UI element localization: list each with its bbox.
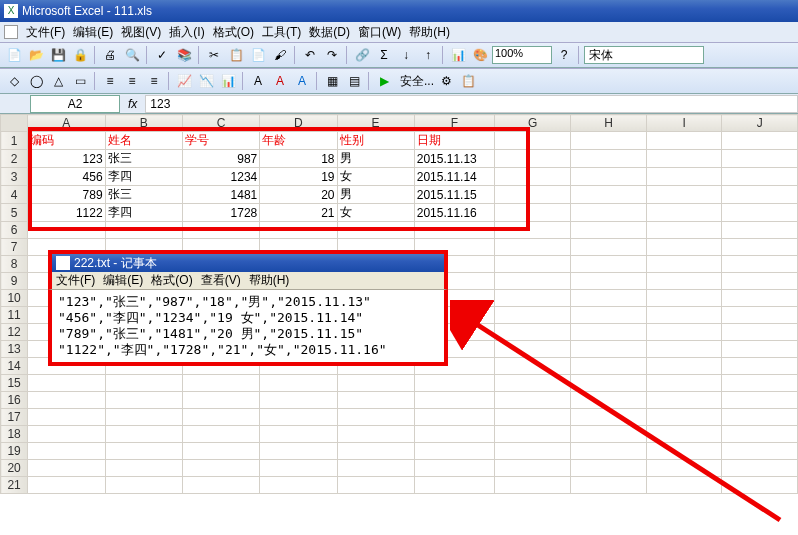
cell[interactable]: [646, 392, 721, 409]
cell[interactable]: [105, 392, 182, 409]
cell[interactable]: [260, 375, 337, 392]
cell[interactable]: [495, 375, 571, 392]
cell[interactable]: [571, 426, 647, 443]
cell[interactable]: [571, 186, 647, 204]
cell[interactable]: [28, 409, 105, 426]
col-header[interactable]: C: [182, 115, 259, 132]
row-header[interactable]: 8: [1, 256, 28, 273]
cell[interactable]: [722, 290, 798, 307]
menu-insert[interactable]: 插入(I): [169, 24, 204, 41]
hyperlink-button[interactable]: 🔗: [352, 45, 372, 65]
cell[interactable]: [571, 358, 647, 375]
safety-label[interactable]: 安全...: [400, 73, 434, 90]
cell[interactable]: [646, 222, 721, 239]
row-header[interactable]: 12: [1, 324, 28, 341]
cell[interactable]: [260, 460, 337, 477]
cell[interactable]: [182, 222, 259, 239]
paste-button[interactable]: 📄: [248, 45, 268, 65]
cell[interactable]: [260, 409, 337, 426]
font-select[interactable]: 宋体: [584, 46, 704, 64]
cell[interactable]: [182, 375, 259, 392]
col-header[interactable]: J: [722, 115, 798, 132]
name-box[interactable]: A2: [30, 95, 120, 113]
cell[interactable]: 李四: [105, 204, 182, 222]
copy-button[interactable]: 📋: [226, 45, 246, 65]
cell[interactable]: [646, 477, 721, 494]
format-painter-button[interactable]: 🖌: [270, 45, 290, 65]
cell[interactable]: [571, 341, 647, 358]
cell[interactable]: [414, 392, 494, 409]
shapes-icon[interactable]: ◇: [4, 71, 24, 91]
cell[interactable]: [722, 460, 798, 477]
cell[interactable]: [571, 375, 647, 392]
format-icon[interactable]: ▦: [322, 71, 342, 91]
sort-asc-button[interactable]: ↓: [396, 45, 416, 65]
cut-button[interactable]: ✂: [204, 45, 224, 65]
cell[interactable]: [495, 460, 571, 477]
cell[interactable]: [571, 409, 647, 426]
spell-button[interactable]: ✓: [152, 45, 172, 65]
cell[interactable]: [646, 307, 721, 324]
cell[interactable]: 2015.11.13: [414, 150, 494, 168]
cell[interactable]: [337, 409, 414, 426]
cell[interactable]: [722, 477, 798, 494]
cell[interactable]: [182, 409, 259, 426]
cell[interactable]: 姓名: [105, 132, 182, 150]
row-header[interactable]: 4: [1, 186, 28, 204]
save-button[interactable]: 💾: [48, 45, 68, 65]
cell[interactable]: [105, 477, 182, 494]
cell[interactable]: [722, 239, 798, 256]
row-header[interactable]: 2: [1, 150, 28, 168]
cell[interactable]: [414, 460, 494, 477]
cell[interactable]: [646, 150, 721, 168]
cell[interactable]: [646, 426, 721, 443]
drawing-button[interactable]: 🎨: [470, 45, 490, 65]
cell[interactable]: 1234: [182, 168, 259, 186]
cell[interactable]: 1481: [182, 186, 259, 204]
cell[interactable]: [722, 375, 798, 392]
cell[interactable]: [182, 477, 259, 494]
cell[interactable]: [571, 460, 647, 477]
cell[interactable]: [722, 409, 798, 426]
cell[interactable]: [105, 443, 182, 460]
cell[interactable]: [495, 341, 571, 358]
cell[interactable]: 2015.11.16: [414, 204, 494, 222]
format-icon[interactable]: A: [270, 71, 290, 91]
col-header[interactable]: A: [28, 115, 105, 132]
cell[interactable]: 编码: [28, 132, 105, 150]
row-header[interactable]: 9: [1, 273, 28, 290]
research-button[interactable]: 📚: [174, 45, 194, 65]
row-header[interactable]: 17: [1, 409, 28, 426]
sort-desc-button[interactable]: ↑: [418, 45, 438, 65]
cell[interactable]: [28, 460, 105, 477]
shapes-icon[interactable]: ◯: [26, 71, 46, 91]
menu-file[interactable]: 文件(F): [26, 24, 65, 41]
cell[interactable]: [571, 239, 647, 256]
cell[interactable]: [414, 375, 494, 392]
new-button[interactable]: 📄: [4, 45, 24, 65]
chart-icon[interactable]: 📊: [218, 71, 238, 91]
cell[interactable]: 987: [182, 150, 259, 168]
cell[interactable]: [495, 132, 571, 150]
cell[interactable]: [722, 358, 798, 375]
corner-cell[interactable]: [1, 115, 28, 132]
cell[interactable]: [646, 256, 721, 273]
cell[interactable]: [337, 477, 414, 494]
cell[interactable]: [260, 392, 337, 409]
cell[interactable]: 性别: [337, 132, 414, 150]
cell[interactable]: 日期: [414, 132, 494, 150]
cell[interactable]: [337, 426, 414, 443]
print-preview-button[interactable]: 🔍: [122, 45, 142, 65]
np-menu-file[interactable]: 文件(F): [56, 272, 95, 289]
cell[interactable]: [495, 168, 571, 186]
cell[interactable]: [495, 290, 571, 307]
cell[interactable]: [722, 256, 798, 273]
cell[interactable]: [495, 324, 571, 341]
cell[interactable]: [571, 204, 647, 222]
cell[interactable]: [495, 204, 571, 222]
cell[interactable]: [571, 168, 647, 186]
cell[interactable]: [105, 426, 182, 443]
cell[interactable]: [571, 443, 647, 460]
cell[interactable]: [571, 132, 647, 150]
cell[interactable]: 李四: [105, 168, 182, 186]
